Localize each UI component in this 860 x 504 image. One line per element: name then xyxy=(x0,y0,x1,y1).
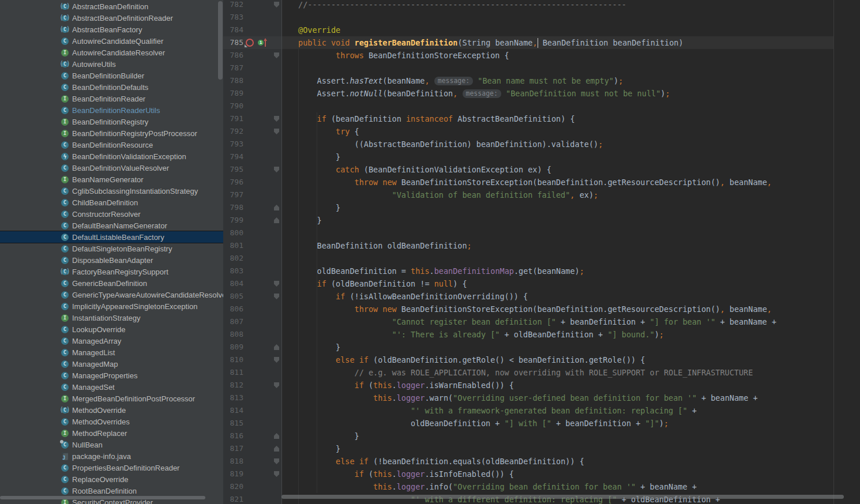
tree-item[interactable]: IBeanNameGenerator xyxy=(0,174,223,185)
line-number[interactable]: 812 xyxy=(223,379,243,392)
line-number[interactable]: 817 xyxy=(223,442,243,455)
tree-item[interactable]: CImplicitlyAppearedSingletonException xyxy=(0,300,223,312)
line-number[interactable]: 792 xyxy=(223,125,243,138)
gutter-cell[interactable]: 790 xyxy=(223,100,282,112)
code-line[interactable] xyxy=(282,11,860,24)
gutter-cell[interactable]: 802 xyxy=(223,252,282,265)
line-number[interactable]: 789 xyxy=(223,87,243,100)
line-number[interactable]: 797 xyxy=(223,189,243,201)
code-line[interactable]: } xyxy=(282,341,860,353)
code-line[interactable]: Assert.hasText(beanName, message: "Bean … xyxy=(282,74,860,87)
gutter-cell[interactable]: 794 xyxy=(223,151,282,163)
tree-item[interactable]: C()FactoryBeanRegistrySupport xyxy=(0,266,223,277)
gutter-cell[interactable]: 806 xyxy=(223,303,282,315)
line-number[interactable]: 809 xyxy=(223,341,243,353)
gutter-cell[interactable]: 788 xyxy=(223,74,282,87)
gutter-cell[interactable]: 795 xyxy=(223,163,282,176)
gutter-cell[interactable]: 798 xyxy=(223,201,282,214)
code-line[interactable]: "Cannot register bean definition [" + be… xyxy=(282,315,860,328)
fold-marker-icon[interactable] xyxy=(274,433,279,439)
gutter-cell[interactable]: 782 xyxy=(223,0,282,11)
line-number[interactable]: 798 xyxy=(223,201,243,214)
fold-marker-icon[interactable] xyxy=(274,344,279,350)
line-number[interactable]: 818 xyxy=(223,455,243,468)
sidebar-horizontal-scrollbar[interactable] xyxy=(0,496,205,499)
tree-item[interactable]: IBeanDefinitionRegistry xyxy=(0,116,223,127)
code-line[interactable]: } xyxy=(282,151,860,163)
tree-item[interactable]: CBeanDefinitionValueResolver xyxy=(0,162,223,174)
code-line[interactable] xyxy=(282,62,860,74)
tree-item[interactable]: CDefaultBeanNameGenerator xyxy=(0,220,223,231)
code-line[interactable]: } xyxy=(282,430,860,442)
gutter-cell[interactable]: 811 xyxy=(223,366,282,379)
code-line[interactable]: if (this.logger.isInfoEnabled()) { xyxy=(282,468,860,480)
tree-item[interactable]: C()AbstractBeanFactory xyxy=(0,24,223,35)
fold-marker-icon[interactable] xyxy=(274,458,279,464)
code-line[interactable]: if (this.logger.isWarnEnabled()) { xyxy=(282,379,860,392)
fold-marker-icon[interactable] xyxy=(274,294,279,299)
line-number[interactable]: 805 xyxy=(223,290,243,303)
code-line[interactable]: throws BeanDefinitionStoreException { xyxy=(282,49,860,62)
code-line[interactable] xyxy=(282,252,860,265)
gutter-cell[interactable]: 791 xyxy=(223,112,282,125)
tree-item[interactable]: CGenericTypeAwareAutowireCandidateResolv… xyxy=(0,289,223,300)
gutter-cell[interactable]: 784 xyxy=(223,24,282,36)
gutter-cell[interactable]: 803 xyxy=(223,265,282,277)
code-line[interactable]: "': There is already [" + oldBeanDefinit… xyxy=(282,328,860,341)
tree-item[interactable]: CChildBeanDefinition xyxy=(0,197,223,208)
gutter-cell[interactable]: 808 xyxy=(223,328,282,341)
line-number[interactable]: 799 xyxy=(223,214,243,227)
line-number[interactable]: 802 xyxy=(223,252,243,265)
tree-item[interactable]: C()AbstractBeanDefinitionReader xyxy=(0,12,223,24)
gutter-cell[interactable]: 793 xyxy=(223,138,282,151)
fold-marker-icon[interactable] xyxy=(274,281,279,287)
tree-item[interactable]: IAutowireCandidateResolver xyxy=(0,47,223,58)
gutter-cell[interactable]: 786 xyxy=(223,49,282,62)
line-number[interactable]: 790 xyxy=(223,100,243,112)
tree-item[interactable]: ϟBeanDefinitionValidationException xyxy=(0,151,223,162)
gutter-ring-icon[interactable] xyxy=(246,39,254,47)
tree-item[interactable]: CDisposableBeanAdapter xyxy=(0,254,223,266)
line-number[interactable]: 787 xyxy=(223,62,243,74)
code-line[interactable] xyxy=(282,100,860,112)
code-line[interactable] xyxy=(282,227,860,239)
line-number[interactable]: 807 xyxy=(223,315,243,328)
code-line[interactable]: } xyxy=(282,201,860,214)
tree-item[interactable]: CDefaultListableBeanFactory xyxy=(0,231,223,243)
gutter-cell[interactable]: 820 xyxy=(223,480,282,493)
code-line[interactable]: ((AbstractBeanDefinition) beanDefinition… xyxy=(282,138,860,151)
gutter-cell[interactable]: 818 xyxy=(223,455,282,468)
fold-marker-icon[interactable] xyxy=(274,382,279,388)
line-number[interactable]: 810 xyxy=(223,353,243,366)
tree-item[interactable]: IMergedBeanDefinitionPostProcessor xyxy=(0,393,223,404)
code-line[interactable]: "' with a framework-generated bean defin… xyxy=(282,404,860,417)
tree-item[interactable]: IBeanDefinitionRegistryPostProcessor xyxy=(0,127,223,139)
tree-item[interactable]: CPropertiesBeanDefinitionReader xyxy=(0,462,223,473)
tree-item[interactable]: C()AutowireUtils xyxy=(0,58,223,70)
line-number[interactable]: 783 xyxy=(223,11,243,24)
line-number[interactable]: 786 xyxy=(223,49,243,62)
fold-marker-icon[interactable] xyxy=(274,446,279,452)
code-line[interactable]: BeanDefinition oldBeanDefinition; xyxy=(282,239,860,252)
line-number[interactable]: 816 xyxy=(223,430,243,442)
tree-item[interactable]: CBeanDefinitionBuilder xyxy=(0,70,223,81)
gutter-cell[interactable]: 821 xyxy=(223,493,282,504)
fold-marker-icon[interactable] xyxy=(274,2,279,7)
fold-marker-icon[interactable] xyxy=(274,129,279,134)
line-number[interactable]: 784 xyxy=(223,24,243,36)
code-line[interactable]: else if (!beanDefinition.equals(oldBeanD… xyxy=(282,455,860,468)
line-number[interactable]: 814 xyxy=(223,404,243,417)
gutter-cell[interactable]: 799 xyxy=(223,214,282,227)
code-line[interactable]: oldBeanDefinition = this.beanDefinitionM… xyxy=(282,265,860,277)
code-line[interactable]: this.logger.info("Overriding bean defini… xyxy=(282,480,860,493)
tree-item[interactable]: CGenericBeanDefinition xyxy=(0,277,223,289)
sidebar-vertical-scrollbar[interactable] xyxy=(218,1,223,80)
code-line[interactable]: this.logger.warn("Overriding user-define… xyxy=(282,392,860,404)
tree-item[interactable]: CManagedProperties xyxy=(0,370,223,381)
gutter-cell[interactable]: 817 xyxy=(223,442,282,455)
code-line[interactable]: throw new BeanDefinitionStoreException(b… xyxy=(282,176,860,189)
gutter-cell[interactable]: 801 xyxy=(223,239,282,252)
line-number[interactable]: 800 xyxy=(223,227,243,239)
gutter-cell[interactable]: 797 xyxy=(223,189,282,201)
code-line[interactable]: //--------------------------------------… xyxy=(282,0,860,11)
